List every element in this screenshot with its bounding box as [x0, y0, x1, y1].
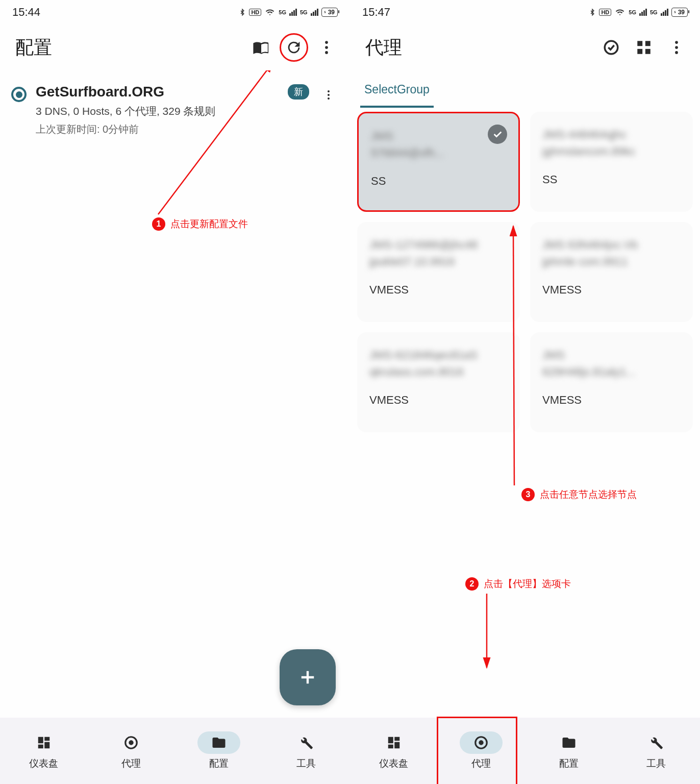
config-text: GetSurfboard.ORG 新 3 DNS, 0 Hosts, 6 个代理… — [36, 84, 309, 136]
annotation-1: 1点击更新配置文件 — [152, 217, 248, 231]
proxy-name: JMS-448464qjhcjghmslancom.89kc — [542, 126, 681, 164]
dashboard-icon — [386, 735, 402, 750]
svg-point-4 — [328, 94, 330, 96]
nav-dashboard[interactable]: 仪表盘 — [0, 718, 88, 784]
svg-point-3 — [328, 90, 330, 92]
svg-point-15 — [675, 46, 678, 49]
annotation-arrow-2 — [471, 589, 502, 675]
nav-proxy[interactable]: 代理 — [88, 718, 176, 784]
signal-bars-1 — [289, 9, 297, 16]
proxy-card[interactable]: JMS 63N464jxc.Vbjphmle com.9911VMESS — [530, 222, 693, 322]
signal-5g-1: 5G — [279, 9, 286, 15]
hd-icon: HD — [599, 9, 611, 16]
target-icon — [123, 735, 139, 750]
proxy-protocol: VMESS — [542, 394, 681, 407]
nav-proxy[interactable]: 代理 — [438, 718, 526, 784]
annotation-2: 2点击【代理】选项卡 — [465, 577, 571, 591]
nav-tools[interactable]: 工具 — [263, 718, 351, 784]
topbar: 代理 — [350, 24, 700, 70]
proxy-card[interactable]: JMS629H48jx.81aly1...VMESS — [530, 332, 693, 432]
svg-rect-13 — [645, 49, 651, 54]
config-updated: 上次更新时间: 0分钟前 — [36, 122, 309, 136]
folder-icon — [211, 735, 227, 750]
signal-5g-2: 5G — [650, 9, 658, 15]
annotation-3: 3点击任意节点选择节点 — [521, 488, 637, 501]
battery-icon: 39 — [321, 8, 338, 17]
battery-icon: 39 — [671, 8, 688, 17]
svg-rect-10 — [637, 41, 642, 46]
proxy-card[interactable]: JMS-1274986@jhc48jpukle07.10.9916VMESS — [357, 222, 520, 322]
tools-icon — [298, 735, 314, 750]
wifi-icon — [264, 8, 276, 17]
nav-tools[interactable]: 工具 — [613, 718, 701, 784]
proxy-protocol: VMESS — [369, 283, 508, 297]
grid-icon — [635, 39, 653, 56]
book-button[interactable] — [247, 33, 276, 62]
more-button[interactable] — [312, 33, 341, 62]
status-time: 15:47 — [362, 6, 390, 19]
tools-icon — [648, 735, 664, 750]
tab-bar: SelectGroup — [350, 70, 700, 108]
proxy-name: JMS 63N464jxc.Vbjphmle com.9911 — [542, 236, 681, 274]
page-title: 代理 — [365, 35, 593, 60]
config-more-button[interactable] — [318, 89, 339, 101]
page-title: 配置 — [15, 35, 243, 60]
nav-dashboard[interactable]: 仪表盘 — [350, 718, 438, 784]
proxy-protocol: VMESS — [542, 283, 681, 297]
check-circle-icon — [603, 39, 620, 56]
status-time: 15:44 — [12, 6, 40, 19]
proxy-card[interactable]: JMS-448464qjhcjghmslancom.89kcSS — [530, 112, 693, 212]
proxy-protocol: VMESS — [369, 394, 508, 407]
signal-5g-2: 5G — [300, 9, 308, 15]
radio-selected-icon — [11, 87, 27, 102]
proxy-protocol: SS — [542, 173, 681, 186]
topbar: 配置 — [0, 24, 350, 70]
proxy-name: JMS-1274986@jhc48jpukle07.10.9916 — [369, 236, 508, 274]
refresh-icon — [285, 39, 303, 56]
bluetooth-icon — [239, 7, 246, 17]
proxy-card[interactable]: JMS-621846qec81aSqkrulass.com.8016VMESS — [357, 332, 520, 432]
new-badge: 新 — [288, 84, 309, 100]
plus-icon — [297, 667, 318, 688]
proxy-name: JMS576844@xfh... — [371, 128, 506, 165]
more-vert-icon — [322, 89, 335, 101]
tab-selectgroup[interactable]: SelectGroup — [360, 76, 434, 108]
svg-point-8 — [130, 741, 133, 744]
config-name: GetSurfboard.ORG — [36, 84, 164, 100]
wifi-icon — [614, 8, 626, 17]
svg-rect-11 — [645, 41, 651, 46]
proxy-name: JMS629H48jx.81aly1... — [542, 347, 681, 384]
svg-point-16 — [675, 51, 678, 54]
proxy-grid: JMS576844@xfh...SSJMS-448464qjhcjghmslan… — [350, 108, 700, 436]
svg-point-2 — [325, 51, 328, 54]
more-vert-icon — [668, 39, 685, 56]
proxy-protocol: SS — [371, 175, 506, 188]
proxy-card[interactable]: JMS576844@xfh...SS — [357, 112, 520, 212]
nav-config[interactable]: 配置 — [175, 718, 263, 784]
signal-bars-1 — [639, 9, 647, 16]
config-item[interactable]: GetSurfboard.ORG 新 3 DNS, 0 Hosts, 6 个代理… — [8, 79, 342, 141]
target-icon — [473, 735, 489, 750]
check-all-button[interactable] — [597, 33, 626, 62]
statusbar: 15:44 HD 5G 5G 39 — [0, 0, 350, 24]
svg-rect-12 — [637, 49, 642, 54]
svg-point-5 — [328, 97, 330, 100]
svg-point-20 — [480, 741, 483, 744]
refresh-button[interactable] — [280, 33, 308, 62]
status-icons: HD 5G 5G 39 — [239, 7, 338, 17]
svg-point-1 — [325, 46, 328, 49]
proxy-name: JMS-621846qec81aSqkrulass.com.8016 — [369, 347, 508, 384]
folder-icon — [561, 735, 577, 750]
bottom-nav: 仪表盘 代理 配置 工具 — [350, 718, 700, 784]
add-fab[interactable] — [280, 649, 336, 705]
config-detail: 3 DNS, 0 Hosts, 6 个代理, 329 条规则 — [36, 104, 309, 118]
statusbar: 15:47 HD 5G 5G 39 — [350, 0, 700, 24]
more-vert-icon — [318, 39, 335, 56]
book-icon — [253, 39, 270, 56]
svg-point-0 — [325, 41, 328, 44]
grid-view-button[interactable] — [630, 33, 658, 62]
content: GetSurfboard.ORG 新 3 DNS, 0 Hosts, 6 个代理… — [0, 70, 350, 718]
hd-icon: HD — [249, 9, 261, 16]
nav-config[interactable]: 配置 — [525, 718, 613, 784]
more-button[interactable] — [662, 33, 691, 62]
